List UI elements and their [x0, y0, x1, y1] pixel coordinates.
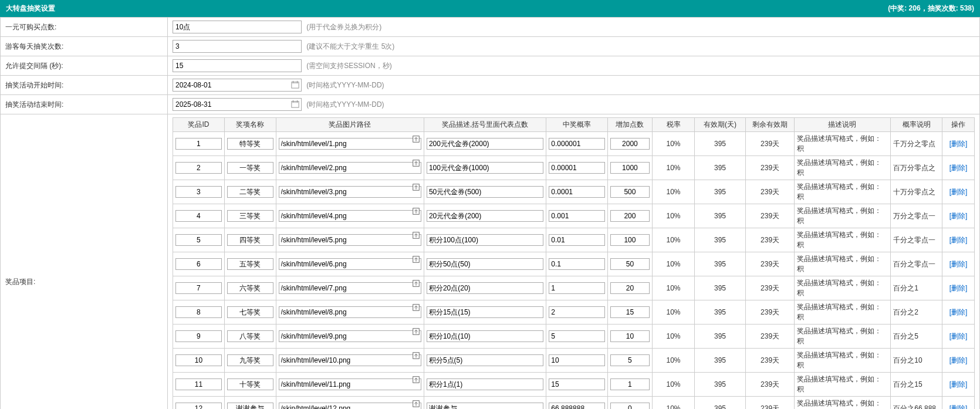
prize-id-input[interactable] — [175, 306, 222, 318]
upload-icon[interactable] — [412, 135, 420, 143]
delete-link[interactable]: [删除] — [949, 404, 968, 410]
prize-name-input[interactable] — [227, 162, 273, 174]
prize-img-input[interactable] — [279, 306, 421, 318]
prize-id-input[interactable] — [175, 282, 222, 294]
upload-icon[interactable] — [412, 303, 420, 312]
upload-icon[interactable] — [412, 183, 420, 191]
upload-icon[interactable] — [412, 231, 420, 239]
upload-icon[interactable] — [412, 159, 420, 167]
prize-prob-input[interactable] — [549, 403, 604, 409]
delete-link[interactable]: [删除] — [949, 236, 968, 244]
delete-link[interactable]: [删除] — [949, 188, 968, 196]
prize-id-input[interactable] — [175, 138, 222, 150]
prize-desc-input[interactable] — [427, 306, 543, 318]
prize-pts-input[interactable] — [610, 186, 650, 198]
prize-desc-input[interactable] — [427, 210, 543, 222]
prize-prob-input[interactable] — [549, 282, 604, 294]
delete-link[interactable]: [删除] — [949, 380, 968, 388]
prize-name-input[interactable] — [227, 354, 273, 366]
prize-name-input[interactable] — [227, 306, 273, 318]
upload-icon[interactable] — [412, 279, 420, 288]
delete-link[interactable]: [删除] — [949, 284, 968, 292]
delete-link[interactable]: [删除] — [949, 212, 968, 220]
prize-prob-input[interactable] — [549, 186, 604, 198]
prize-pts-input[interactable] — [610, 306, 650, 318]
prize-prob-input[interactable] — [549, 210, 604, 222]
guest-input[interactable] — [173, 40, 302, 53]
start-date-input[interactable] — [173, 79, 302, 92]
prize-img-input[interactable] — [279, 330, 421, 342]
delete-link[interactable]: [删除] — [949, 164, 968, 172]
prize-prob-input[interactable] — [549, 354, 604, 366]
prize-img-input[interactable] — [279, 378, 421, 390]
prize-pts-input[interactable] — [610, 378, 650, 390]
prize-pts-input[interactable] — [610, 403, 650, 409]
prize-desc-input[interactable] — [427, 282, 543, 294]
delete-link[interactable]: [删除] — [949, 356, 968, 364]
prize-id-input[interactable] — [175, 162, 222, 174]
end-date-input[interactable] — [173, 98, 302, 111]
delete-link[interactable]: [删除] — [949, 308, 968, 316]
prize-id-input[interactable] — [175, 330, 222, 342]
prize-pts-input[interactable] — [610, 234, 650, 246]
prize-name-input[interactable] — [227, 138, 273, 150]
prize-img-input[interactable] — [279, 354, 421, 366]
prize-img-input[interactable] — [279, 186, 421, 198]
upload-icon[interactable] — [412, 327, 420, 336]
prize-desc-input[interactable] — [427, 186, 543, 198]
prize-pts-input[interactable] — [610, 138, 650, 150]
prize-img-input[interactable] — [279, 234, 421, 246]
prize-desc-input[interactable] — [427, 258, 543, 270]
points-input[interactable] — [173, 21, 302, 33]
prize-name-input[interactable] — [227, 282, 273, 294]
prize-pts-input[interactable] — [610, 162, 650, 174]
prize-desc-input[interactable] — [427, 162, 543, 174]
prize-desc-input[interactable] — [427, 378, 543, 390]
prize-name-input[interactable] — [227, 234, 273, 246]
prize-img-input[interactable] — [279, 162, 421, 174]
delete-link[interactable]: [删除] — [949, 140, 968, 148]
prize-name-input[interactable] — [227, 330, 273, 342]
prize-name-input[interactable] — [227, 258, 273, 270]
prize-prob-input[interactable] — [549, 306, 604, 318]
prize-pts-input[interactable] — [610, 354, 650, 366]
prize-img-input[interactable] — [279, 403, 421, 409]
prize-id-input[interactable] — [175, 378, 222, 390]
prize-pts-input[interactable] — [610, 330, 650, 342]
prize-prob-input[interactable] — [549, 162, 604, 174]
prize-id-input[interactable] — [175, 258, 222, 270]
delete-link[interactable]: [删除] — [949, 260, 968, 268]
prize-name-input[interactable] — [227, 403, 273, 409]
prize-id-input[interactable] — [175, 354, 222, 366]
prize-pts-input[interactable] — [610, 258, 650, 270]
interval-input[interactable] — [173, 59, 302, 72]
prize-name-input[interactable] — [227, 186, 273, 198]
prize-prob-input[interactable] — [549, 258, 604, 270]
prize-img-input[interactable] — [279, 282, 421, 294]
prize-pts-input[interactable] — [610, 282, 650, 294]
upload-icon[interactable] — [412, 207, 420, 215]
prize-desc-input[interactable] — [427, 403, 543, 409]
prize-img-input[interactable] — [279, 258, 421, 270]
prize-pts-input[interactable] — [610, 210, 650, 222]
prize-desc-input[interactable] — [427, 138, 543, 150]
prize-prob-input[interactable] — [549, 234, 604, 246]
prize-prob-input[interactable] — [549, 330, 604, 342]
upload-icon[interactable] — [412, 400, 420, 408]
prize-desc-input[interactable] — [427, 330, 543, 342]
upload-icon[interactable] — [412, 255, 420, 263]
upload-icon[interactable] — [412, 376, 420, 384]
prize-desc-input[interactable] — [427, 354, 543, 366]
prize-id-input[interactable] — [175, 234, 222, 246]
prize-id-input[interactable] — [175, 186, 222, 198]
prize-id-input[interactable] — [175, 210, 222, 222]
prize-img-input[interactable] — [279, 138, 421, 150]
prize-name-input[interactable] — [227, 378, 273, 390]
upload-icon[interactable] — [412, 351, 420, 360]
prize-prob-input[interactable] — [549, 138, 604, 150]
prize-img-input[interactable] — [279, 210, 421, 222]
prize-desc-input[interactable] — [427, 234, 543, 246]
prize-prob-input[interactable] — [549, 378, 604, 390]
prize-name-input[interactable] — [227, 210, 273, 222]
prize-id-input[interactable] — [175, 403, 222, 409]
